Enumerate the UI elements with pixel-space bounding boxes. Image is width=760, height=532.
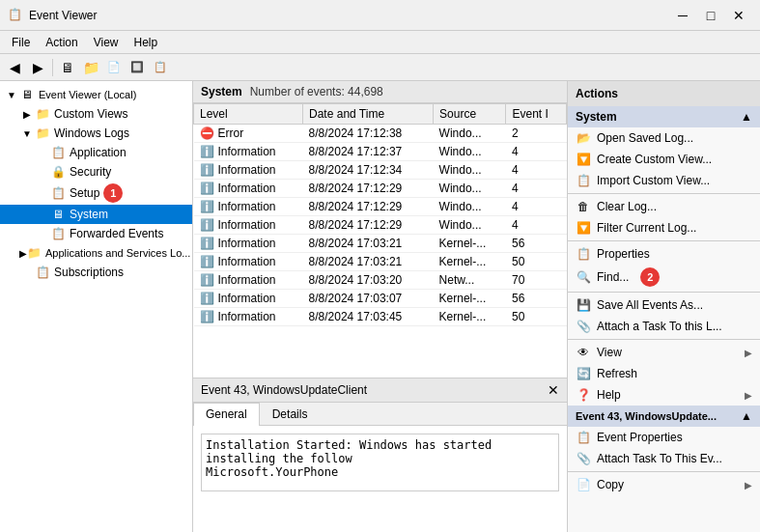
menu-view[interactable]: View xyxy=(86,34,127,51)
tree-item-local[interactable]: ▼ 🖥 Event Viewer (Local) xyxy=(0,85,192,104)
row-source: Kernel-... xyxy=(434,308,506,326)
action-copy[interactable]: 📄 Copy ▶ xyxy=(568,474,760,495)
events-table[interactable]: Level Date and Time Source Event I ⛔ Err… xyxy=(193,103,567,378)
separator-3 xyxy=(568,292,760,293)
back-button[interactable]: ◀ xyxy=(4,57,25,78)
tree-item-subscriptions[interactable]: ▶ 📋 Subscriptions xyxy=(0,263,192,282)
info-icon: ℹ️ xyxy=(200,237,214,250)
table-row[interactable]: ℹ️ Information 8/8/2024 17:12:29 Windo..… xyxy=(194,198,567,216)
detail-title: Event 43, WindowsUpdateClient xyxy=(201,383,367,397)
row-level: ℹ️ Information xyxy=(194,290,303,308)
level-icon: ℹ️ Information xyxy=(200,145,276,158)
detail-text-area[interactable]: Installation Started: Windows has starte… xyxy=(201,434,559,491)
action-refresh[interactable]: 🔄 Refresh xyxy=(568,363,760,384)
action-clear-log[interactable]: 🗑 Clear Log... xyxy=(568,196,760,217)
import-custom-icon: 📋 xyxy=(576,173,591,188)
help-toolbar-button[interactable]: 📋 xyxy=(150,57,171,78)
table-row[interactable]: ℹ️ Information 8/8/2024 17:12:37 Windo..… xyxy=(194,143,567,161)
level-icon: ℹ️ Information xyxy=(200,163,276,177)
tree-item-custom[interactable]: ▶ 📁 Custom Views xyxy=(0,104,192,124)
tab-details[interactable]: Details xyxy=(260,403,321,425)
separator-2 xyxy=(568,240,760,241)
action-view[interactable]: 👁 View ▶ xyxy=(568,342,760,363)
col-datetime[interactable]: Date and Time xyxy=(303,104,434,125)
actions-title: Actions xyxy=(576,87,618,100)
tree-item-appservices[interactable]: ▶ 📁 Applications and Services Lo... xyxy=(0,243,192,263)
expand-winlogs[interactable]: ▼ xyxy=(19,128,35,139)
expand-local[interactable]: ▼ xyxy=(4,90,19,100)
action-help[interactable]: ❓ Help ▶ xyxy=(568,384,760,406)
row-datetime: 8/8/2024 17:12:29 xyxy=(303,198,434,216)
folder-icon-custom: 📁 xyxy=(35,106,50,122)
action-properties[interactable]: 📋 Properties xyxy=(568,243,760,265)
info-icon: ℹ️ xyxy=(200,218,214,232)
table-row[interactable]: ℹ️ Information 8/8/2024 17:12:29 Windo..… xyxy=(194,216,567,235)
table-row[interactable]: ℹ️ Information 8/8/2024 17:03:21 Kernel-… xyxy=(194,235,567,253)
forward-button[interactable]: ▶ xyxy=(27,57,48,78)
annotation-2: 2 xyxy=(640,267,660,287)
expand-custom[interactable]: ▶ xyxy=(19,109,35,120)
action-open-saved[interactable]: 📂 Open Saved Log... xyxy=(568,127,760,149)
tree-item-system[interactable]: ▶ 🖥 System xyxy=(0,205,192,224)
info-icon: ℹ️ xyxy=(200,163,214,177)
row-eventid: 56 xyxy=(506,290,567,308)
table-row[interactable]: ⛔ Error 8/8/2024 17:12:38 Windo... 2 xyxy=(194,125,567,143)
col-source[interactable]: Source xyxy=(434,104,506,125)
event43-section-header[interactable]: Event 43, WindowsUpdate... ▲ xyxy=(568,406,760,427)
tree-item-setup[interactable]: ▶ 📋 Setup 1 xyxy=(0,182,192,205)
events-table-element: Level Date and Time Source Event I ⛔ Err… xyxy=(193,103,567,326)
tab-general[interactable]: General xyxy=(193,403,260,426)
action-event-properties[interactable]: 📋 Event Properties xyxy=(568,427,760,448)
minimize-button[interactable]: ─ xyxy=(669,6,696,25)
action-attach-task-event[interactable]: 📎 Attach Task To This Ev... xyxy=(568,448,760,469)
table-row[interactable]: ℹ️ Information 8/8/2024 17:03:07 Kernel-… xyxy=(194,290,567,308)
row-datetime: 8/8/2024 17:03:45 xyxy=(303,308,434,326)
attach-task-icon: 📎 xyxy=(576,319,591,334)
tree-item-winlogs[interactable]: ▼ 📁 Windows Logs xyxy=(0,124,192,143)
col-level[interactable]: Level xyxy=(194,104,303,125)
row-level: ℹ️ Information xyxy=(194,198,303,216)
action-save-all[interactable]: 💾 Save All Events As... xyxy=(568,294,760,316)
system-section-header[interactable]: System ▲ xyxy=(568,106,760,127)
properties-toolbar-button[interactable]: 🔲 xyxy=(127,57,148,78)
action-create-custom[interactable]: 🔽 Create Custom View... xyxy=(568,149,760,170)
log-icon-security: 🔒 xyxy=(50,164,66,180)
action-find[interactable]: 🔍 Find... 2 xyxy=(568,265,760,290)
menu-help[interactable]: Help xyxy=(127,34,166,51)
expand-appservices[interactable]: ▶ xyxy=(19,248,27,259)
row-eventid: 4 xyxy=(506,143,567,161)
row-eventid: 4 xyxy=(506,161,567,180)
action-refresh-label: Refresh xyxy=(597,367,637,380)
row-datetime: 8/8/2024 17:12:34 xyxy=(303,161,434,180)
new-button[interactable]: 📄 xyxy=(103,57,125,78)
action-import-custom[interactable]: 📋 Import Custom View... xyxy=(568,170,760,191)
row-datetime: 8/8/2024 17:12:29 xyxy=(303,180,434,198)
tree-item-application[interactable]: ▶ 📋 Application xyxy=(0,143,192,162)
action-open-saved-label: Open Saved Log... xyxy=(597,131,693,145)
row-source: Windo... xyxy=(434,161,506,180)
table-row[interactable]: ℹ️ Information 8/8/2024 17:03:21 Kernel-… xyxy=(194,253,567,271)
open-button[interactable]: 📁 xyxy=(80,57,101,78)
menu-file[interactable]: File xyxy=(4,34,38,51)
action-filter[interactable]: 🔽 Filter Current Log... xyxy=(568,217,760,238)
close-button[interactable]: ✕ xyxy=(725,6,752,25)
table-row[interactable]: ℹ️ Information 8/8/2024 17:12:29 Windo..… xyxy=(194,180,567,198)
detail-close-button[interactable]: ✕ xyxy=(548,382,559,398)
table-row[interactable]: ℹ️ Information 8/8/2024 17:03:45 Kernel-… xyxy=(194,308,567,326)
table-row[interactable]: ℹ️ Information 8/8/2024 17:12:34 Windo..… xyxy=(194,161,567,180)
tree-item-security[interactable]: ▶ 🔒 Security xyxy=(0,162,192,182)
folder-icon-winlogs: 📁 xyxy=(35,126,50,141)
maximize-button[interactable]: □ xyxy=(697,6,724,25)
action-attach-task-event-label: Attach Task To This Ev... xyxy=(597,452,722,465)
events-tbody: ⛔ Error 8/8/2024 17:12:38 Windo... 2 ℹ️ … xyxy=(194,125,567,326)
menu-action[interactable]: Action xyxy=(38,34,85,51)
action-attach-task[interactable]: 📎 Attach a Task To this L... xyxy=(568,316,760,337)
action-properties-label: Properties xyxy=(597,247,650,261)
detail-tabs: General Details xyxy=(193,403,567,426)
col-eventid[interactable]: Event I xyxy=(506,104,567,125)
action-import-custom-label: Import Custom View... xyxy=(597,174,710,187)
table-row[interactable]: ℹ️ Information 8/8/2024 17:03:20 Netw...… xyxy=(194,271,567,290)
tree-item-forwarded[interactable]: ▶ 📋 Forwarded Events xyxy=(0,224,192,243)
scope-button[interactable]: 🖥 xyxy=(57,57,78,78)
row-eventid: 4 xyxy=(506,216,567,235)
